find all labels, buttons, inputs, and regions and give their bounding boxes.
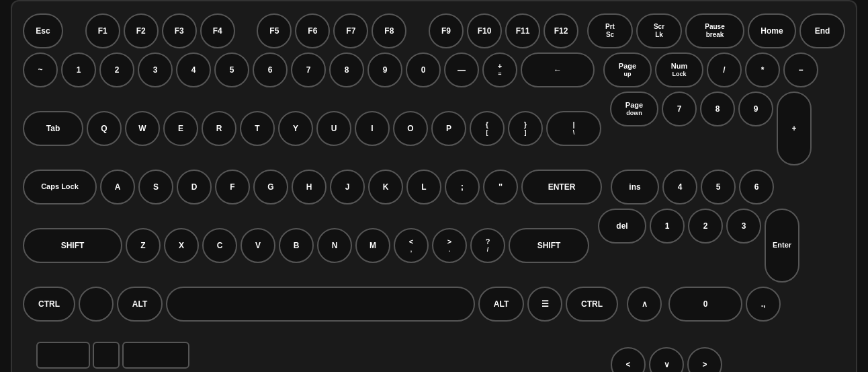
key-j[interactable]: J [330,170,365,204]
key-equals[interactable]: += [482,52,517,87]
key-f1[interactable]: F1 [85,13,120,48]
key-scrlk[interactable]: ScrLk [636,13,682,48]
key-num-6[interactable]: 6 [739,170,774,204]
key-enter[interactable]: ENTER [521,170,602,204]
key-w[interactable]: W [125,111,160,146]
key-f[interactable]: F [215,170,250,204]
key-numlock[interactable]: NumLock [655,52,703,87]
key-num-2[interactable]: 2 [688,209,723,244]
key-num-8[interactable]: 8 [700,91,735,126]
key-pausebr[interactable]: Pausebreak [685,13,744,48]
key-8[interactable]: 8 [329,52,364,87]
key-num-minus[interactable]: − [783,52,818,87]
key-capslock[interactable]: Caps Lock [23,170,97,204]
key-backspace[interactable]: ← [521,52,595,87]
key-ctrl-right[interactable]: CTRL [566,287,618,322]
key-g[interactable]: G [253,170,288,204]
key-2[interactable]: 2 [99,52,134,87]
key-minus[interactable]: — [444,52,479,87]
key-ins[interactable]: ins [611,170,659,204]
key-num-slash[interactable]: / [707,52,742,87]
key-5[interactable]: 5 [214,52,249,87]
key-0[interactable]: 0 [406,52,441,87]
key-f10[interactable]: F10 [467,13,502,48]
key-num-dot[interactable]: ., [746,287,781,322]
key-end[interactable]: End [799,13,845,48]
key-semicolon[interactable]: ; [445,170,480,204]
key-f6[interactable]: F6 [295,13,330,48]
key-shift-left[interactable]: SHIFT [23,228,122,263]
key-tab[interactable]: Tab [23,111,83,146]
key-x[interactable]: X [164,228,199,263]
key-num-asterisk[interactable]: * [745,52,780,87]
key-rbracket[interactable]: }] [508,111,543,146]
key-menu[interactable]: ☰ [527,287,562,322]
key-alt-left[interactable]: ALT [117,287,163,322]
key-n[interactable]: N [317,228,352,263]
key-6[interactable]: 6 [253,52,288,87]
key-esc[interactable]: Esc [23,13,63,48]
key-d[interactable]: D [177,170,212,204]
touchpad-left-button[interactable] [36,342,90,369]
key-home[interactable]: Home [748,13,796,48]
key-ctrl-left[interactable]: CTRL [23,287,75,322]
key-num-0[interactable]: 0 [668,287,742,322]
key-f2[interactable]: F2 [124,13,159,48]
key-f8[interactable]: F8 [372,13,406,48]
key-num-1[interactable]: 1 [650,209,685,244]
key-b[interactable]: B [279,228,314,263]
key-shift-right[interactable]: SHIFT [509,228,589,263]
key-space[interactable] [166,287,475,322]
key-num-7[interactable]: 7 [662,91,697,126]
key-comma[interactable]: <, [394,228,429,263]
key-num-enter[interactable]: Enter [765,209,799,283]
key-1[interactable]: 1 [61,52,96,87]
key-l[interactable]: L [406,170,441,204]
key-9[interactable]: 9 [367,52,402,87]
key-del[interactable]: del [598,209,646,244]
key-o[interactable]: O [393,111,428,146]
key-f11[interactable]: F11 [505,13,540,48]
key-s[interactable]: S [138,170,173,204]
key-f7[interactable]: F7 [333,13,368,48]
key-f3[interactable]: F3 [162,13,197,48]
key-prtsc[interactable]: PrtSc [587,13,633,48]
key-pageup[interactable]: Pageup [603,52,652,87]
key-slash[interactable]: ?/ [470,228,505,263]
key-caret[interactable]: ∧ [627,287,662,322]
key-num-3[interactable]: 3 [726,209,761,244]
key-arrow-left[interactable]: < [611,347,646,372]
key-backslash[interactable]: |\ [546,111,601,146]
key-r[interactable]: R [202,111,236,146]
key-f4[interactable]: F4 [200,13,235,48]
key-num-5[interactable]: 5 [701,170,736,204]
touchpad-right-button[interactable] [122,342,189,369]
key-3[interactable]: 3 [138,52,173,87]
key-q[interactable]: Q [87,111,122,146]
key-e[interactable]: E [163,111,198,146]
key-k[interactable]: K [368,170,403,204]
key-z[interactable]: Z [126,228,161,263]
key-m[interactable]: M [355,228,390,263]
key-period[interactable]: >. [432,228,467,263]
key-arrow-down[interactable]: ∨ [649,347,684,372]
key-lbracket[interactable]: {[ [470,111,505,146]
key-p[interactable]: P [431,111,466,146]
key-c[interactable]: C [202,228,237,263]
key-pagedown[interactable]: Pagedown [610,91,658,126]
key-win[interactable] [79,287,114,322]
key-arrow-right[interactable]: > [687,347,722,372]
key-num-4[interactable]: 4 [662,170,697,204]
key-a[interactable]: A [100,170,135,204]
key-h[interactable]: H [292,170,327,204]
key-y[interactable]: Y [278,111,313,146]
key-u[interactable]: U [316,111,351,146]
key-f12[interactable]: F12 [544,13,578,48]
touchpad-mid-button[interactable] [93,342,120,369]
key-4[interactable]: 4 [176,52,211,87]
key-t[interactable]: T [240,111,275,146]
key-i[interactable]: I [355,111,390,146]
key-alt-right[interactable]: ALT [478,287,524,322]
key-tilde[interactable]: ~ [23,52,58,87]
key-quote[interactable]: " [483,170,518,204]
